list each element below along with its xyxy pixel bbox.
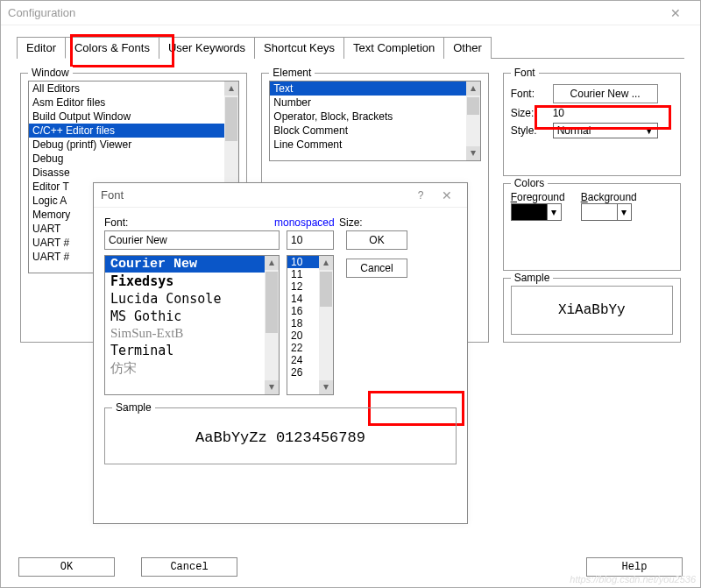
list-item[interactable]: Courier New — [105, 256, 279, 273]
group-colors-legend: Colors — [511, 177, 549, 189]
font-sample-legend: Sample — [112, 401, 155, 414]
group-font: Font Font: Courier New ... Size: 10 Styl… — [503, 73, 681, 176]
list-item[interactable]: Debug — [29, 152, 238, 166]
list-item[interactable]: 仿宋 — [105, 359, 279, 378]
foreground-label: Foreground — [511, 191, 565, 203]
background-label: Background — [581, 191, 637, 203]
font-picker-button[interactable]: Courier New ... — [553, 84, 658, 103]
group-colors: Colors Foreground ▾ Background ▾ — [503, 183, 681, 271]
group-window-legend: Window — [28, 67, 73, 79]
tab-user-keywords[interactable]: User Keywords — [159, 37, 255, 59]
list-item[interactable]: MS Gothic — [105, 308, 279, 325]
ok-button[interactable]: OK — [18, 557, 115, 577]
style-value: Normal — [557, 124, 591, 137]
tab-other[interactable]: Other — [443, 37, 492, 59]
size-label: Size: — [336, 216, 392, 229]
list-item[interactable]: Terminal — [105, 342, 279, 359]
tab-editor[interactable]: Editor — [17, 37, 66, 59]
list-item[interactable]: C/C++ Editor files — [29, 124, 238, 138]
group-sample: Sample XiAaBbYy — [503, 278, 681, 343]
list-item[interactable]: Line Comment — [270, 138, 479, 152]
list-item[interactable]: Number — [270, 96, 479, 110]
font-family-listbox[interactable]: Courier New Fixedsys Lucida Console MS G… — [104, 255, 280, 395]
list-item[interactable]: Text — [270, 81, 479, 96]
font-label: Font: — [104, 216, 274, 229]
dialog-title: Configuration — [8, 6, 658, 19]
font-dialog-title: Font — [101, 188, 407, 202]
help-icon[interactable]: ? — [407, 189, 434, 202]
list-item[interactable]: Disasse — [29, 166, 238, 180]
tab-text-completion[interactable]: Text Completion — [343, 37, 444, 59]
element-listbox[interactable]: Text Number Operator, Block, Brackets Bl… — [269, 81, 480, 161]
style-label: Style: — [511, 124, 553, 137]
tab-shortcut-keys[interactable]: Shortcut Keys — [254, 37, 344, 59]
size-label: Size: — [511, 107, 553, 119]
tab-colors-fonts[interactable]: Colors & Fonts — [65, 37, 159, 59]
group-font-sample: Sample AaBbYyZz 0123456789 — [104, 407, 457, 464]
list-item[interactable]: Lucida Console — [105, 290, 279, 308]
close-icon[interactable]: ✕ — [434, 188, 460, 202]
chevron-down-icon: ▾ — [547, 204, 561, 220]
scrollbar[interactable]: ▴ ▾ — [265, 256, 279, 394]
close-icon[interactable]: ✕ — [658, 6, 693, 20]
group-element-legend: Element — [269, 67, 315, 79]
font-size-listbox[interactable]: 10 11 12 14 16 18 20 22 24 26 ▴ ▾ — [287, 255, 334, 395]
group-sample-legend: Sample — [511, 272, 554, 284]
chevron-down-icon: ▼ — [645, 126, 654, 136]
list-item[interactable]: SimSun-ExtB — [105, 325, 279, 342]
watermark-text: https://blog.csdn.net/you2536 — [570, 574, 696, 584]
list-item[interactable]: Build Output Window — [29, 110, 238, 124]
font-sample-text: AaBbYyZz 0123456789 — [112, 429, 449, 446]
font-type-label: monospaced — [274, 216, 336, 229]
list-item[interactable]: Asm Editor files — [29, 96, 238, 110]
ok-button[interactable]: OK — [346, 230, 407, 250]
scrollbar[interactable]: ▴ ▾ — [466, 81, 480, 160]
style-dropdown[interactable]: Normal ▼ — [553, 123, 658, 138]
size-value: 10 — [553, 107, 564, 119]
cancel-button[interactable]: Cancel — [141, 557, 237, 577]
chevron-down-icon: ▾ — [617, 204, 631, 220]
foreground-color-picker[interactable]: ▾ — [511, 203, 562, 221]
group-font-legend: Font — [511, 67, 539, 79]
tabs: Editor Colors & Fonts User Keywords Shor… — [17, 36, 684, 59]
background-color-picker[interactable]: ▾ — [581, 203, 632, 221]
font-label: Font: — [511, 88, 553, 100]
list-item[interactable]: Block Comment — [270, 124, 479, 138]
sample-text: XiAaBbYy — [511, 286, 673, 335]
font-dialog: Font ? ✕ Font: monospaced Size: OK Cance… — [93, 182, 468, 524]
scrollbar[interactable]: ▴ ▾ — [319, 256, 333, 394]
cancel-button[interactable]: Cancel — [346, 259, 407, 278]
list-item[interactable]: Operator, Block, Brackets — [270, 110, 479, 124]
list-item[interactable]: Fixedsys — [105, 273, 279, 290]
list-item[interactable]: Debug (printf) Viewer — [29, 138, 238, 152]
list-item[interactable]: All Editors — [29, 81, 238, 96]
